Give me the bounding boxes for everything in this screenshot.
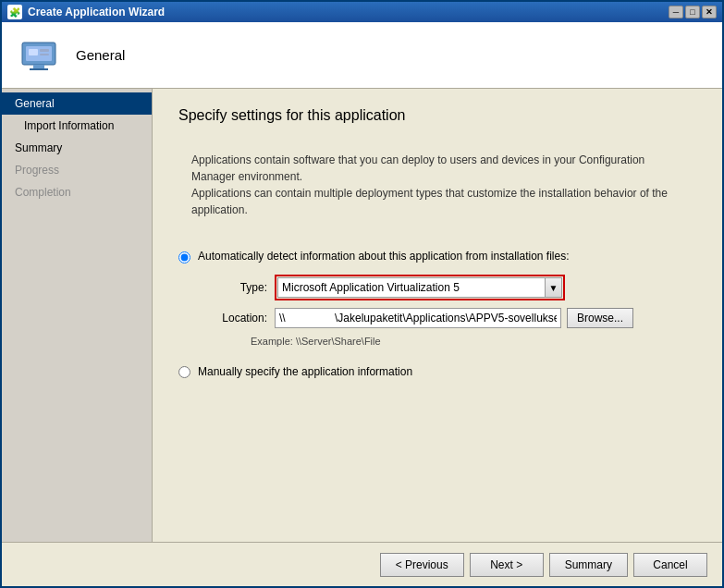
- sidebar-item-completion: Completion: [2, 181, 152, 203]
- svg-rect-5: [40, 49, 49, 52]
- title-bar: 🧩 Create Application Wizard ─ □ ✕: [2, 2, 722, 22]
- form-fields: Type: Microsoft Application Virtualizati…: [202, 275, 696, 328]
- page-title: Specify settings for this application: [178, 107, 696, 124]
- location-label: Location:: [202, 312, 267, 325]
- location-control-wrap: Browse...: [275, 308, 696, 328]
- description-box: Applications contain software that you c…: [178, 141, 696, 229]
- type-select[interactable]: Microsoft Application Virtualization 5: [277, 277, 546, 298]
- title-bar-controls: ─ □ ✕: [669, 6, 717, 18]
- sidebar: General Import Information Summary Progr…: [2, 89, 153, 542]
- title-bar-icon: 🧩: [7, 5, 22, 19]
- form-row-type: Type: Microsoft Application Virtualizati…: [202, 275, 696, 300]
- svg-rect-4: [29, 49, 38, 55]
- svg-rect-6: [40, 54, 49, 55]
- close-button[interactable]: ✕: [702, 6, 717, 18]
- description-line2: Applications can contain multiple deploy…: [191, 185, 683, 218]
- browse-button[interactable]: Browse...: [567, 308, 633, 328]
- sidebar-item-summary[interactable]: Summary: [2, 137, 152, 159]
- minimize-button[interactable]: ─: [669, 6, 683, 18]
- sidebar-item-general[interactable]: General: [2, 92, 152, 115]
- next-button[interactable]: Next >: [470, 553, 544, 577]
- radio-manual[interactable]: [178, 366, 190, 378]
- body: General Import Information Summary Progr…: [2, 89, 722, 542]
- example-text: Example: \\Server\Share\File: [251, 336, 696, 347]
- sidebar-item-import-information[interactable]: Import Information: [2, 115, 152, 137]
- type-control-wrap: Microsoft Application Virtualization 5 ▼: [275, 275, 696, 300]
- header-area: General: [2, 22, 722, 89]
- svg-rect-2: [33, 65, 44, 68]
- form-row-location: Location: Browse...: [202, 308, 696, 328]
- summary-button[interactable]: Summary: [549, 553, 628, 577]
- main-content: Specify settings for this application Ap…: [153, 89, 722, 542]
- radio-manual-label: Manually specify the application informa…: [198, 365, 412, 378]
- sidebar-item-progress: Progress: [2, 159, 152, 181]
- description-line1: Applications contain software that you c…: [191, 152, 683, 185]
- maximize-button[interactable]: □: [685, 6, 700, 18]
- radio-auto[interactable]: [178, 251, 190, 263]
- header-icon: [17, 33, 61, 78]
- type-select-wrap: Microsoft Application Virtualization 5 ▼: [275, 275, 565, 300]
- header-title: General: [76, 47, 125, 63]
- location-input[interactable]: [275, 308, 561, 328]
- window-title: Create Application Wizard: [28, 6, 165, 18]
- footer: < Previous Next > Summary Cancel: [2, 542, 722, 586]
- radio-group-auto: Automatically detect information about t…: [178, 250, 696, 347]
- radio-auto-label: Automatically detect information about t…: [198, 250, 570, 263]
- radio-option-manual: Manually specify the application informa…: [178, 365, 696, 378]
- previous-button[interactable]: < Previous: [380, 553, 464, 577]
- svg-rect-3: [30, 68, 48, 70]
- type-dropdown-button[interactable]: ▼: [546, 277, 562, 298]
- type-label: Type:: [202, 281, 267, 294]
- radio-option-auto: Automatically detect information about t…: [178, 250, 696, 263]
- cancel-button[interactable]: Cancel: [633, 553, 707, 577]
- application-wizard-window: 🧩 Create Application Wizard ─ □ ✕ Genera…: [0, 0, 724, 588]
